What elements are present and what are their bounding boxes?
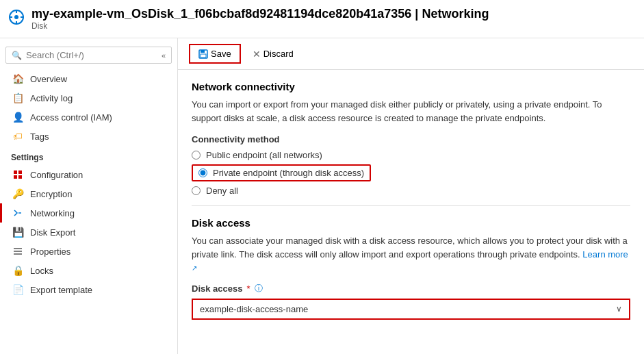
search-icon: 🔍 bbox=[12, 51, 22, 60]
info-icon[interactable]: ⓘ bbox=[255, 283, 263, 294]
disk-access-field-label: Disk access bbox=[192, 283, 242, 294]
svg-rect-16 bbox=[201, 54, 206, 58]
disk-access-section: Disk access You can associate your manag… bbox=[192, 217, 630, 320]
sidebar-item-tags[interactable]: 🏷 Tags bbox=[0, 127, 177, 146]
external-link-icon: ↗ bbox=[192, 264, 197, 272]
discard-button[interactable]: ✕ Discard bbox=[244, 45, 302, 64]
disk-access-dropdown-value: example-disk-access-name bbox=[200, 304, 308, 314]
network-connectivity-desc: You can import or export from your manag… bbox=[192, 98, 630, 125]
sidebar-item-activity-log[interactable]: 📋 Activity log bbox=[0, 88, 177, 108]
sidebar-item-disk-export[interactable]: 💾 Disk Export bbox=[0, 223, 177, 242]
radio-deny-input[interactable] bbox=[192, 186, 201, 195]
section-divider bbox=[192, 205, 630, 206]
configuration-icon bbox=[11, 169, 25, 180]
tags-icon: 🏷 bbox=[11, 131, 25, 142]
disk-icon bbox=[8, 9, 25, 29]
save-icon bbox=[198, 49, 208, 59]
required-indicator: * bbox=[246, 283, 250, 294]
networking-icon bbox=[11, 207, 25, 218]
sidebar-item-overview[interactable]: 🏠 Overview bbox=[0, 69, 177, 88]
toolbar: Save ✕ Discard bbox=[178, 38, 644, 70]
learn-more-link[interactable]: Learn more bbox=[582, 249, 628, 260]
radio-private[interactable]: Private endpoint (through disk access) bbox=[192, 164, 630, 181]
overview-icon: 🏠 bbox=[11, 73, 25, 84]
radio-deny-label: Deny all bbox=[206, 186, 238, 196]
svg-rect-7 bbox=[18, 170, 22, 174]
connectivity-method-group: Public endpoint (all networks) Private e… bbox=[192, 150, 630, 196]
dropdown-arrow-icon: ∨ bbox=[616, 304, 622, 314]
sidebar-item-configuration[interactable]: Configuration bbox=[0, 165, 177, 184]
discard-icon: ✕ bbox=[253, 49, 261, 60]
properties-icon bbox=[11, 246, 25, 257]
access-control-icon: 👤 bbox=[11, 112, 25, 123]
radio-public-label: Public endpoint (all networks) bbox=[206, 150, 322, 160]
export-template-icon: 📄 bbox=[11, 284, 25, 295]
resource-type: Disk bbox=[31, 21, 489, 31]
page-title: my-example-vm_OsDisk_1_f06bcbaf8d9248119… bbox=[31, 7, 489, 21]
disk-export-icon: 💾 bbox=[11, 227, 25, 238]
sidebar-item-properties[interactable]: Properties bbox=[0, 242, 177, 261]
radio-private-input[interactable] bbox=[198, 168, 207, 177]
radio-public-input[interactable] bbox=[192, 151, 201, 160]
activity-log-icon: 📋 bbox=[11, 92, 25, 103]
connectivity-method-label: Connectivity method bbox=[192, 134, 630, 144]
sidebar-item-networking[interactable]: Networking bbox=[0, 203, 177, 223]
svg-rect-9 bbox=[18, 175, 22, 179]
svg-rect-8 bbox=[14, 175, 17, 179]
disk-access-field-row: Disk access * ⓘ bbox=[192, 283, 630, 294]
radio-private-label: Private endpoint (through disk access) bbox=[213, 168, 364, 178]
svg-rect-6 bbox=[14, 170, 17, 174]
collapse-icon[interactable]: « bbox=[162, 51, 166, 60]
settings-section-label: Settings bbox=[0, 146, 177, 165]
page-header: my-example-vm_OsDisk_1_f06bcbaf8d9248119… bbox=[0, 0, 644, 38]
disk-access-title: Disk access bbox=[192, 217, 630, 229]
content-area: Save ✕ Discard Network connectivity You … bbox=[178, 38, 644, 354]
radio-deny[interactable]: Deny all bbox=[192, 186, 630, 196]
search-input[interactable] bbox=[26, 50, 159, 60]
radio-public[interactable]: Public endpoint (all networks) bbox=[192, 150, 630, 160]
sidebar-item-encryption[interactable]: 🔑 Encryption bbox=[0, 184, 177, 203]
encryption-icon: 🔑 bbox=[11, 188, 25, 199]
network-connectivity-title: Network connectivity bbox=[192, 81, 630, 92]
sidebar-item-locks[interactable]: 🔒 Locks bbox=[0, 261, 177, 280]
sidebar: 🔍 « 🏠 Overview 📋 Activity log 👤 Access c… bbox=[0, 38, 178, 354]
sidebar-item-export-template[interactable]: 📄 Export template bbox=[0, 280, 177, 299]
network-connectivity-section: Network connectivity You can import or e… bbox=[192, 81, 630, 196]
svg-rect-15 bbox=[201, 50, 205, 53]
disk-access-desc: You can associate your managed disk with… bbox=[192, 234, 630, 275]
search-box[interactable]: 🔍 « bbox=[5, 47, 172, 64]
locks-icon: 🔒 bbox=[11, 265, 25, 276]
svg-point-1 bbox=[14, 15, 18, 19]
disk-access-dropdown[interactable]: example-disk-access-name ∨ bbox=[192, 299, 630, 320]
save-button[interactable]: Save bbox=[189, 44, 241, 64]
sidebar-item-access-control[interactable]: 👤 Access control (IAM) bbox=[0, 108, 177, 127]
